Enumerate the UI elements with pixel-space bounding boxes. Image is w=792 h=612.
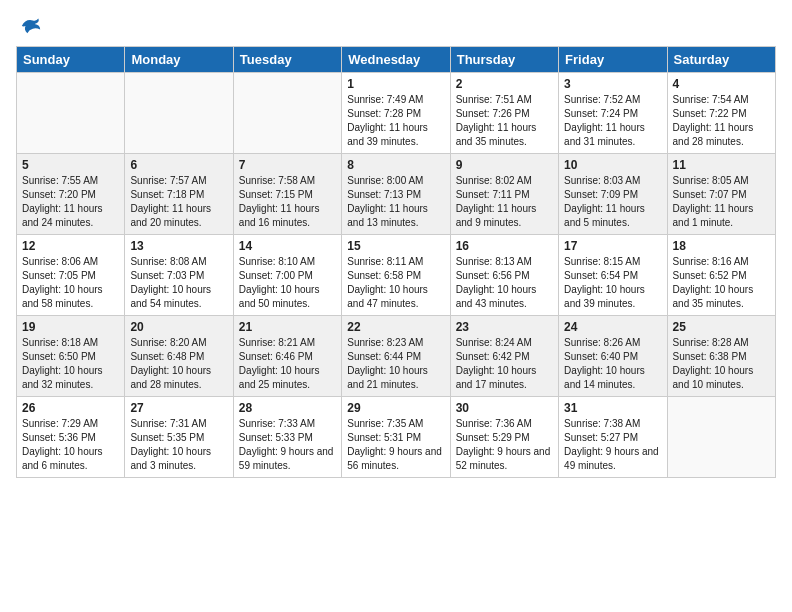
day-info: Sunrise: 8:05 AM Sunset: 7:07 PM Dayligh… [673,174,770,230]
page-header [16,16,776,34]
day-info: Sunrise: 7:35 AM Sunset: 5:31 PM Dayligh… [347,417,444,473]
day-info: Sunrise: 8:23 AM Sunset: 6:44 PM Dayligh… [347,336,444,392]
day-info: Sunrise: 7:31 AM Sunset: 5:35 PM Dayligh… [130,417,227,473]
day-number: 24 [564,320,661,334]
day-info: Sunrise: 8:18 AM Sunset: 6:50 PM Dayligh… [22,336,119,392]
calendar-day-1: 1Sunrise: 7:49 AM Sunset: 7:28 PM Daylig… [342,73,450,154]
calendar-day-11: 11Sunrise: 8:05 AM Sunset: 7:07 PM Dayli… [667,154,775,235]
day-info: Sunrise: 8:02 AM Sunset: 7:11 PM Dayligh… [456,174,553,230]
day-number: 13 [130,239,227,253]
day-number: 2 [456,77,553,91]
day-number: 28 [239,401,336,415]
day-info: Sunrise: 8:13 AM Sunset: 6:56 PM Dayligh… [456,255,553,311]
day-number: 4 [673,77,770,91]
calendar-day-15: 15Sunrise: 8:11 AM Sunset: 6:58 PM Dayli… [342,235,450,316]
day-number: 8 [347,158,444,172]
calendar-day-9: 9Sunrise: 8:02 AM Sunset: 7:11 PM Daylig… [450,154,558,235]
day-number: 6 [130,158,227,172]
calendar-day-14: 14Sunrise: 8:10 AM Sunset: 7:00 PM Dayli… [233,235,341,316]
day-info: Sunrise: 7:52 AM Sunset: 7:24 PM Dayligh… [564,93,661,149]
day-number: 1 [347,77,444,91]
calendar-day-3: 3Sunrise: 7:52 AM Sunset: 7:24 PM Daylig… [559,73,667,154]
calendar-empty-cell [17,73,125,154]
day-number: 25 [673,320,770,334]
day-info: Sunrise: 8:03 AM Sunset: 7:09 PM Dayligh… [564,174,661,230]
calendar-week-row: 26Sunrise: 7:29 AM Sunset: 5:36 PM Dayli… [17,397,776,478]
calendar-empty-cell [233,73,341,154]
day-info: Sunrise: 8:21 AM Sunset: 6:46 PM Dayligh… [239,336,336,392]
calendar-day-29: 29Sunrise: 7:35 AM Sunset: 5:31 PM Dayli… [342,397,450,478]
calendar-day-7: 7Sunrise: 7:58 AM Sunset: 7:15 PM Daylig… [233,154,341,235]
day-number: 30 [456,401,553,415]
calendar-day-5: 5Sunrise: 7:55 AM Sunset: 7:20 PM Daylig… [17,154,125,235]
calendar-day-22: 22Sunrise: 8:23 AM Sunset: 6:44 PM Dayli… [342,316,450,397]
day-info: Sunrise: 8:26 AM Sunset: 6:40 PM Dayligh… [564,336,661,392]
calendar-day-2: 2Sunrise: 7:51 AM Sunset: 7:26 PM Daylig… [450,73,558,154]
day-info: Sunrise: 8:11 AM Sunset: 6:58 PM Dayligh… [347,255,444,311]
calendar-day-21: 21Sunrise: 8:21 AM Sunset: 6:46 PM Dayli… [233,316,341,397]
day-info: Sunrise: 7:29 AM Sunset: 5:36 PM Dayligh… [22,417,119,473]
day-number: 20 [130,320,227,334]
day-number: 18 [673,239,770,253]
calendar-empty-cell [667,397,775,478]
day-info: Sunrise: 8:10 AM Sunset: 7:00 PM Dayligh… [239,255,336,311]
day-info: Sunrise: 7:51 AM Sunset: 7:26 PM Dayligh… [456,93,553,149]
calendar-day-31: 31Sunrise: 7:38 AM Sunset: 5:27 PM Dayli… [559,397,667,478]
day-number: 22 [347,320,444,334]
day-header-friday: Friday [559,47,667,73]
day-info: Sunrise: 8:06 AM Sunset: 7:05 PM Dayligh… [22,255,119,311]
calendar-week-row: 12Sunrise: 8:06 AM Sunset: 7:05 PM Dayli… [17,235,776,316]
logo [16,16,44,34]
day-number: 7 [239,158,336,172]
calendar-day-13: 13Sunrise: 8:08 AM Sunset: 7:03 PM Dayli… [125,235,233,316]
calendar-day-30: 30Sunrise: 7:36 AM Sunset: 5:29 PM Dayli… [450,397,558,478]
day-info: Sunrise: 8:28 AM Sunset: 6:38 PM Dayligh… [673,336,770,392]
day-info: Sunrise: 7:55 AM Sunset: 7:20 PM Dayligh… [22,174,119,230]
calendar-day-23: 23Sunrise: 8:24 AM Sunset: 6:42 PM Dayli… [450,316,558,397]
day-header-monday: Monday [125,47,233,73]
day-info: Sunrise: 8:16 AM Sunset: 6:52 PM Dayligh… [673,255,770,311]
calendar-week-row: 19Sunrise: 8:18 AM Sunset: 6:50 PM Dayli… [17,316,776,397]
day-number: 12 [22,239,119,253]
day-info: Sunrise: 8:00 AM Sunset: 7:13 PM Dayligh… [347,174,444,230]
day-info: Sunrise: 8:20 AM Sunset: 6:48 PM Dayligh… [130,336,227,392]
day-info: Sunrise: 8:08 AM Sunset: 7:03 PM Dayligh… [130,255,227,311]
day-info: Sunrise: 7:33 AM Sunset: 5:33 PM Dayligh… [239,417,336,473]
calendar-week-row: 5Sunrise: 7:55 AM Sunset: 7:20 PM Daylig… [17,154,776,235]
calendar-table: SundayMondayTuesdayWednesdayThursdayFrid… [16,46,776,478]
calendar-empty-cell [125,73,233,154]
day-number: 23 [456,320,553,334]
day-number: 19 [22,320,119,334]
calendar-header-row: SundayMondayTuesdayWednesdayThursdayFrid… [17,47,776,73]
day-number: 10 [564,158,661,172]
calendar-day-19: 19Sunrise: 8:18 AM Sunset: 6:50 PM Dayli… [17,316,125,397]
day-info: Sunrise: 8:15 AM Sunset: 6:54 PM Dayligh… [564,255,661,311]
calendar-day-26: 26Sunrise: 7:29 AM Sunset: 5:36 PM Dayli… [17,397,125,478]
calendar-day-8: 8Sunrise: 8:00 AM Sunset: 7:13 PM Daylig… [342,154,450,235]
calendar-day-4: 4Sunrise: 7:54 AM Sunset: 7:22 PM Daylig… [667,73,775,154]
day-header-wednesday: Wednesday [342,47,450,73]
day-number: 14 [239,239,336,253]
day-info: Sunrise: 7:36 AM Sunset: 5:29 PM Dayligh… [456,417,553,473]
logo-bird-icon [20,16,42,34]
calendar-day-28: 28Sunrise: 7:33 AM Sunset: 5:33 PM Dayli… [233,397,341,478]
day-header-thursday: Thursday [450,47,558,73]
calendar-day-10: 10Sunrise: 8:03 AM Sunset: 7:09 PM Dayli… [559,154,667,235]
day-number: 27 [130,401,227,415]
calendar-day-12: 12Sunrise: 8:06 AM Sunset: 7:05 PM Dayli… [17,235,125,316]
calendar-day-18: 18Sunrise: 8:16 AM Sunset: 6:52 PM Dayli… [667,235,775,316]
day-number: 31 [564,401,661,415]
calendar-day-16: 16Sunrise: 8:13 AM Sunset: 6:56 PM Dayli… [450,235,558,316]
day-info: Sunrise: 7:38 AM Sunset: 5:27 PM Dayligh… [564,417,661,473]
day-number: 11 [673,158,770,172]
day-header-saturday: Saturday [667,47,775,73]
day-header-sunday: Sunday [17,47,125,73]
day-header-tuesday: Tuesday [233,47,341,73]
day-info: Sunrise: 7:54 AM Sunset: 7:22 PM Dayligh… [673,93,770,149]
day-number: 21 [239,320,336,334]
day-number: 15 [347,239,444,253]
day-info: Sunrise: 7:57 AM Sunset: 7:18 PM Dayligh… [130,174,227,230]
day-info: Sunrise: 7:58 AM Sunset: 7:15 PM Dayligh… [239,174,336,230]
day-number: 3 [564,77,661,91]
day-number: 26 [22,401,119,415]
